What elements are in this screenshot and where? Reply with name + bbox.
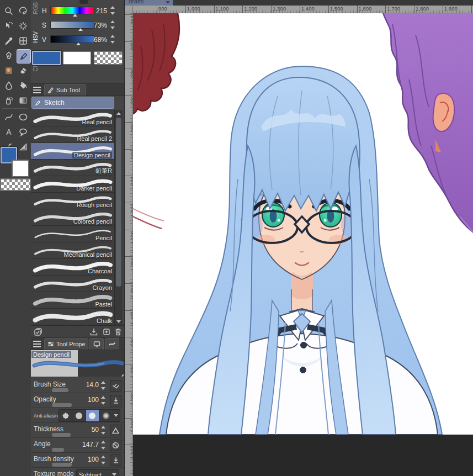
subtool-tab[interactable]: Sub Tool [44,84,86,96]
brush-density-source-button[interactable] [110,454,121,466]
brush-row[interactable]: Pencil [31,226,114,242]
auto-select-tool[interactable] [17,19,30,33]
gradient-icon [18,96,28,105]
text-tool[interactable]: A [2,125,15,139]
aa-dropdown[interactable] [112,410,120,421]
texture-mode-value: Subtract [79,472,102,476]
transparent-color-swatch[interactable] [0,178,31,191]
brush-row[interactable]: Real pencil 2 [31,126,114,143]
brush-row[interactable]: Charcoal [31,259,114,276]
eyedropper-tool[interactable] [2,34,15,47]
airbrush-tool[interactable] [2,94,15,107]
sketch-group-label: Sketch [44,99,65,107]
brush-row[interactable]: Chalk [31,309,114,325]
display-icon [93,341,100,347]
sketch-group-button[interactable]: Sketch [31,97,114,109]
thickness-label: Thickness [34,425,63,433]
pen-tool[interactable] [2,49,15,62]
brush-row[interactable]: Real pencil [31,110,114,126]
opacity-label: Opacity [34,395,56,403]
opacity-source-button[interactable] [110,395,121,406]
brush-row[interactable]: Design pencil [31,143,114,160]
pencil-tool[interactable] [17,49,31,64]
stroke-preview-tab[interactable] [105,338,119,350]
scroll-down-icon[interactable] [116,320,121,323]
subtool-scrollbar[interactable] [114,110,123,325]
brush-row[interactable]: Crayon [31,276,114,292]
blend-drop-icon [4,81,14,91]
subtool-menu-icon[interactable] [33,86,41,93]
thickness-slider[interactable] [52,433,71,437]
angle-stepper[interactable] [100,440,107,450]
ruler-label: 1,000 [125,203,133,203]
tool-property-menu-icon[interactable] [33,340,41,347]
figure-curve-tool[interactable] [2,110,15,124]
balloon-tool[interactable] [17,125,30,139]
aa-weak-option[interactable] [72,410,86,421]
primary-color-swatch[interactable] [32,51,61,65]
secondary-color-swatch[interactable] [63,51,91,65]
sub-color-swatch[interactable] [12,160,29,177]
value-stepper[interactable] [110,34,116,44]
toggle-settings-button[interactable] [34,327,42,336]
tab-rgb[interactable]: RGB [33,6,39,14]
brush-size-stepper[interactable] [100,380,107,390]
object-tool[interactable] [2,19,15,33]
zoom-tool[interactable] [2,4,15,18]
saturation-slider-marker[interactable] [78,28,83,31]
canvas-artwork[interactable] [133,13,473,435]
duplicate-subtool-button[interactable] [102,327,111,336]
thickness-stepper[interactable] [100,425,107,435]
delete-subtool-button[interactable] [114,327,123,336]
angle-dynamics-button[interactable] [110,440,121,451]
svg-text:A: A [6,128,12,136]
gradient-tool[interactable] [17,94,30,107]
subtool-header: Sub Tool [31,83,124,96]
brush-row[interactable]: Pastel [31,292,114,309]
aa-middle-option[interactable] [86,410,99,421]
sketch-pencil-icon [34,99,41,107]
scroll-up-icon[interactable] [116,112,121,115]
hue-slider-marker[interactable] [73,14,77,17]
figure-ellipse-tool[interactable] [17,110,30,124]
frame-border-tool[interactable] [17,140,30,154]
hue-stepper[interactable] [110,6,116,15]
saturation-stepper[interactable] [110,20,116,30]
tool-property-tab-label: Tool Property [56,341,85,347]
brush-row[interactable]: Rough pencil [31,193,114,209]
fill-tool[interactable] [17,79,30,92]
thickness-dynamics-button[interactable] [110,425,121,436]
brush-size-pressure-button[interactable] [110,380,121,392]
blend-tool[interactable] [2,79,15,92]
grid-tool[interactable] [17,34,30,47]
brush-size-slider[interactable] [52,388,68,392]
opacity-slider[interactable] [52,403,72,407]
aa-none-option[interactable] [59,410,72,421]
cursor-box-icon [4,21,14,31]
transparent-swatch[interactable] [94,51,123,65]
angle-value: 147.7 [70,441,99,448]
scrollbar-thumb[interactable] [116,118,121,287]
import-subtool-button[interactable] [89,327,98,336]
eraser-tool[interactable] [17,64,30,77]
brush-row[interactable]: Mechanical pencil [31,242,114,259]
angle-slider[interactable] [52,448,64,452]
tool-property-tab[interactable]: Tool Property [44,338,88,350]
brush-row[interactable]: 鉛筆R [31,160,114,176]
canvas-area: drafts 9001,0001,1001,2001,3001,4001,500… [124,0,473,476]
tab-hsv[interactable]: HSV [33,34,39,43]
brush-row[interactable]: Darker pencil [31,176,114,193]
decoration-tool[interactable] [2,64,15,77]
opacity-stepper[interactable] [100,395,107,405]
aa-strong-option[interactable] [99,410,112,421]
texture-mode-select[interactable]: Subtract [76,469,119,476]
brush-density-stepper[interactable] [100,455,107,465]
brush-density-slider[interactable] [52,463,72,467]
value-slider-marker[interactable] [76,43,81,45]
brush-detail-tab[interactable] [89,338,104,350]
brush-label: Pencil [95,235,112,241]
brush-row[interactable]: Colored pencil [31,209,114,226]
document-tab[interactable]: drafts [125,0,173,6]
rotate-tool[interactable] [17,4,30,18]
tool-property-header: Tool Property [31,337,124,350]
